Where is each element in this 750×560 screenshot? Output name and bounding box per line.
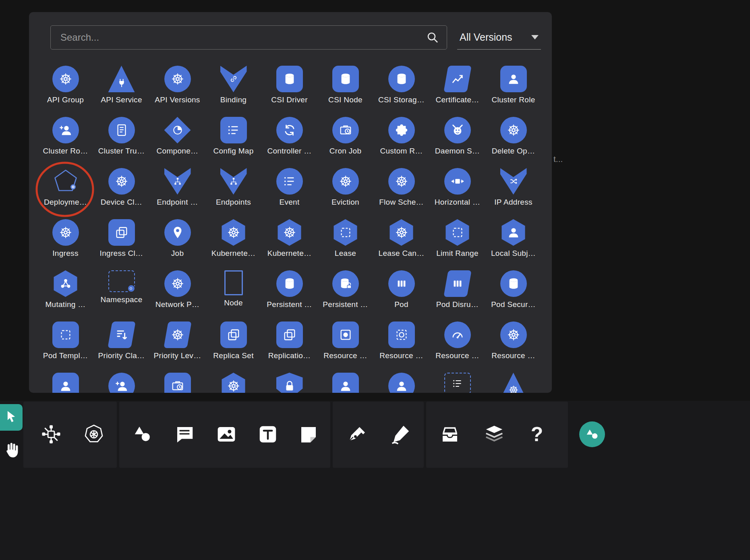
archive-tool-button[interactable] — [438, 422, 462, 446]
library-item-csi-storag[interactable]: CSI Storag… — [373, 64, 429, 115]
library-item-node[interactable]: Node — [205, 268, 261, 319]
library-item-label: Job — [171, 249, 184, 258]
library-item-persistent[interactable]: Persistent … — [261, 268, 317, 319]
api-service-icon — [108, 66, 135, 92]
library-item-job[interactable]: Job — [149, 217, 205, 268]
text-tool-button[interactable] — [256, 422, 280, 446]
library-item-partial-55[interactable] — [93, 371, 149, 393]
library-item-deployme[interactable]: Deployme… — [37, 166, 93, 217]
library-item-partial-59[interactable] — [317, 371, 373, 393]
library-item-daemon-s[interactable]: Daemon S… — [429, 115, 485, 166]
kubernetes-tool-button[interactable] — [82, 422, 106, 446]
pencil-tool-button[interactable] — [389, 422, 413, 446]
controller-icon — [276, 117, 303, 143]
library-item-flow-sche[interactable]: Flow Sche… — [373, 166, 429, 217]
library-item-cluster-ro[interactable]: Cluster Ro… — [37, 115, 93, 166]
library-item-label: Resource … — [491, 351, 535, 360]
layers-tool-button[interactable] — [482, 422, 506, 446]
library-item-lease-can[interactable]: Lease Can… — [373, 217, 429, 268]
library-item-api-service[interactable]: API Service — [93, 64, 149, 115]
library-item-label: Lease Can… — [379, 249, 425, 258]
shape-picker-button[interactable] — [579, 421, 605, 447]
library-item-mutating[interactable]: Mutating … — [37, 268, 93, 319]
mutating-icon — [52, 270, 79, 297]
cluster-ro-icon — [52, 117, 79, 143]
library-item-label: Priority Cla… — [98, 351, 145, 360]
library-item-icon — [164, 373, 191, 393]
library-item-label: Eviction — [331, 198, 359, 207]
version-filter-dropdown[interactable]: All Versions — [457, 25, 541, 50]
search-input[interactable] — [50, 25, 447, 50]
endpoint-icon — [164, 168, 191, 195]
library-item-endpoints[interactable]: Endpoints — [205, 166, 261, 217]
library-item-namespace[interactable]: Namespace — [93, 268, 149, 319]
library-item-event[interactable]: Event — [261, 166, 317, 217]
library-item-pod-disru[interactable]: Pod Disru… — [429, 268, 485, 319]
library-item-custom-r[interactable]: Custom R… — [373, 115, 429, 166]
library-item-eviction[interactable]: Eviction — [317, 166, 373, 217]
library-item-horizontal[interactable]: Horizontal … — [429, 166, 485, 217]
library-item-kubernete[interactable]: Kubernete… — [261, 217, 317, 268]
shapes-tool-button[interactable] — [131, 422, 155, 446]
note-tool-button[interactable] — [296, 422, 321, 446]
icon-grid: API GroupAPI ServiceAPI VersionsBindingC… — [37, 64, 541, 393]
library-item-label: Namespace — [100, 295, 142, 304]
diagram-tool-button[interactable] — [39, 422, 63, 446]
eviction-icon — [332, 168, 359, 195]
library-item-csi-driver[interactable]: CSI Driver — [261, 64, 317, 115]
library-item-cluster-tru[interactable]: Cluster Tru… — [93, 115, 149, 166]
library-item-endpoint[interactable]: Endpoint … — [149, 166, 205, 217]
library-item-ingress-cl[interactable]: Ingress Cl… — [93, 217, 149, 268]
library-item-resource[interactable]: Resource … — [485, 319, 541, 371]
library-item-lease[interactable]: Lease — [317, 217, 373, 268]
library-item-binding[interactable]: Binding — [205, 64, 261, 115]
library-item-partial-58[interactable] — [261, 371, 317, 393]
library-item-ingress[interactable]: Ingress — [37, 217, 93, 268]
library-item-pod-templ[interactable]: Pod Templ… — [37, 319, 93, 371]
node-icon — [224, 270, 243, 295]
library-item-csi-node[interactable]: CSI Node — [317, 64, 373, 115]
pen-tool-button[interactable] — [346, 422, 370, 446]
help-button[interactable]: ? — [525, 422, 549, 446]
library-item-pod[interactable]: Pod — [373, 268, 429, 319]
library-item-cluster-role[interactable]: Cluster Role — [485, 64, 541, 115]
library-item-cron-job[interactable]: Cron Job — [317, 115, 373, 166]
select-tool-button[interactable] — [0, 404, 23, 431]
library-item-delete-op[interactable]: Delete Op… — [485, 115, 541, 166]
library-item-api-group[interactable]: API Group — [37, 64, 93, 115]
library-item-config-map[interactable]: Config Map — [205, 115, 261, 166]
library-item-partial-62[interactable] — [485, 371, 541, 393]
library-item-partial-56[interactable] — [149, 371, 205, 393]
library-item-persistent[interactable]: Persistent … — [317, 268, 373, 319]
library-item-partial-57[interactable] — [205, 371, 261, 393]
library-item-resource[interactable]: Resource … — [429, 319, 485, 371]
hand-icon — [3, 441, 21, 459]
image-tool-button[interactable] — [214, 422, 238, 446]
library-item-certificate[interactable]: Certificate… — [429, 64, 485, 115]
hand-tool-button[interactable] — [1, 438, 23, 463]
library-item-ip-address[interactable]: IP Address — [485, 166, 541, 217]
library-item-partial-54[interactable] — [37, 371, 93, 393]
library-item-pod-secur[interactable]: Pod Secur… — [485, 268, 541, 319]
cron-job-icon — [332, 117, 359, 143]
library-item-label: Controller … — [267, 147, 311, 156]
library-item-resource[interactable]: Resource … — [373, 319, 429, 371]
library-item-replica-set[interactable]: Replica Set — [205, 319, 261, 371]
comment-tool-button[interactable] — [172, 422, 197, 446]
library-item-network-p[interactable]: Network P… — [149, 268, 205, 319]
library-item-partial-61[interactable] — [429, 371, 485, 393]
library-item-replicatio[interactable]: Replicatio… — [261, 319, 317, 371]
library-item-priority-cla[interactable]: Priority Cla… — [93, 319, 149, 371]
library-item-resource[interactable]: Resource … — [317, 319, 373, 371]
library-item-limit-range[interactable]: Limit Range — [429, 217, 485, 268]
library-item-api-versions[interactable]: API Versions — [149, 64, 205, 115]
library-item-label: Resource … — [323, 351, 367, 360]
library-item-device-cl[interactable]: Device Cl… — [93, 166, 149, 217]
library-item-partial-60[interactable] — [373, 371, 429, 393]
library-item-kubernete[interactable]: Kubernete… — [205, 217, 261, 268]
library-item-compone[interactable]: Compone… — [149, 115, 205, 166]
library-item-local-subj[interactable]: Local Subj… — [485, 217, 541, 268]
library-item-label: Pod Disru… — [436, 300, 479, 309]
library-item-priority-lev[interactable]: Priority Lev… — [149, 319, 205, 371]
library-item-controller[interactable]: Controller … — [261, 115, 317, 166]
